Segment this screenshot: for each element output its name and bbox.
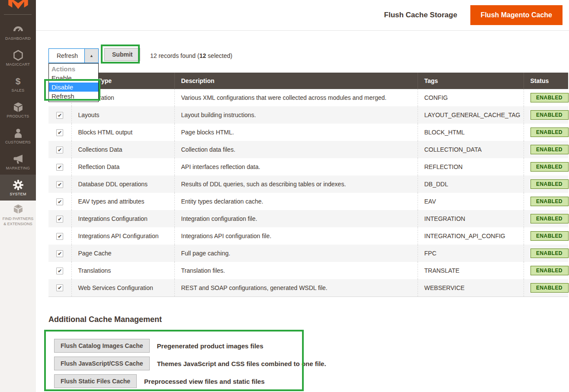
table-row: ✔Integrations ConfigurationIntegration c… [48,210,568,227]
cache-management-page: DASHBOARD MAGICCART $ SALES [0,0,569,392]
tags-cell: DB_DDL [418,175,524,193]
cache-type-cell: Page Cache [71,245,174,262]
description-cell: Results of DDL queries, such as describi… [174,175,418,193]
status-badge: ENABLED [530,197,569,206]
column-header-description[interactable]: Description [174,73,418,89]
row-checkbox[interactable]: ✔ [56,250,63,257]
flush-js-css-description: Themes JavaScript and CSS files combined… [157,360,326,367]
sidebar: DASHBOARD MAGICCART $ SALES [0,0,36,392]
flush-static-files-button[interactable]: Flush Static Files Cache [54,374,137,388]
description-cell: Integration configuration file. [174,210,418,227]
row-checkbox[interactable]: ✔ [56,112,63,119]
description-cell: Translation files. [174,262,418,279]
row-checkbox[interactable]: ✔ [56,129,63,136]
row-checkbox[interactable]: ✔ [56,233,63,240]
customers-icon [13,127,24,139]
dropdown-option-enable[interactable]: Enable [49,73,98,83]
sidebar-item-label: PRODUCTS [6,114,29,118]
extensions-icon [13,203,24,214]
cache-type-cell: Web Services Configuration [71,279,174,296]
dropdown-option-refresh[interactable]: Refresh [49,92,98,101]
additional-cache-title: Additional Cache Management [48,315,162,324]
flush-static-files-row: Flush Static Files Cache Preprocessed vi… [54,374,326,388]
flush-catalog-images-button[interactable]: Flush Catalog Images Cache [54,339,150,353]
magento-logo[interactable] [7,0,29,12]
row-checkbox[interactable]: ✔ [56,181,63,188]
sidebar-item-label: MARKETING [6,166,30,170]
mass-action-selected-value: Refresh [49,49,84,63]
table-row: ✔Integrations API ConfigurationIntegrati… [48,227,568,245]
row-checkbox[interactable]: ✔ [56,268,63,274]
sidebar-item-label: CUSTOMERS [5,140,31,144]
sidebar-nav: DASHBOARD MAGICCART $ SALES [0,19,36,201]
sidebar-menu: DASHBOARD MAGICCART $ SALES [0,0,36,200]
sidebar-item-magiccart[interactable]: MAGICCART [0,45,36,71]
cache-type-cell: Blocks HTML output [71,124,174,141]
flush-static-files-description: Preprocessed view files and static files [144,378,264,385]
status-badge: ENABLED [530,231,569,241]
status-badge: ENABLED [530,162,569,172]
column-header-tags[interactable]: Tags [418,73,524,89]
flush-js-css-button[interactable]: Flush JavaScript/CSS Cache [54,357,150,370]
status-badge: ENABLED [530,179,569,189]
table-row: ✔Reflection DataAPI interfaces reflectio… [48,158,568,175]
status-badge: ENABLED [530,127,569,137]
cache-type-cell: Reflection Data [71,158,174,175]
dashboard-icon [13,24,24,35]
description-cell: API interfaces reflection data. [174,158,418,175]
row-checkbox[interactable]: ✔ [56,147,63,153]
tags-cell: WEBSERVICE [418,279,524,296]
description-cell: Various XML configurations that were col… [174,89,418,106]
tags-cell: COLLECTION_DATA [418,141,524,158]
table-row: ✔EAV types and attributesEntity types de… [48,193,568,210]
sidebar-item-label: DASHBOARD [5,36,31,41]
sidebar-item-system[interactable]: SYSTEM [0,175,36,201]
marketing-icon [13,153,24,165]
flush-catalog-images-row: Flush Catalog Images Cache Pregenerated … [54,339,326,353]
row-checkbox[interactable]: ✔ [56,164,63,171]
find-partners-line1: FIND PARTNERS [3,217,34,221]
mass-action-select[interactable]: Refresh ▲ [48,48,99,63]
table-row: ✔ConfigurationVarious XML configurations… [48,89,568,106]
cache-type-cell: Collections Data [71,141,174,158]
mass-action-dropdown-list: Actions Enable Disable Refresh [48,63,99,102]
description-cell: Layout building instructions. [174,106,418,124]
tags-cell: LAYOUT_GENERAL_CACHE_TAG [418,106,524,124]
sidebar-item-customers[interactable]: CUSTOMERS [0,123,36,149]
find-partners-line2: & EXTENSIONS [3,222,32,226]
column-header-status[interactable]: Status [524,73,568,89]
sidebar-item-marketing[interactable]: MARKETING [0,149,36,175]
sidebar-item-label: MAGICCART [6,62,30,67]
sidebar-item-sales[interactable]: $ SALES [0,71,36,97]
sidebar-item-dashboard[interactable]: DASHBOARD [0,19,36,45]
flush-cache-storage-button[interactable]: Flush Cache Storage [384,11,457,19]
products-icon [13,102,24,113]
chevron-up-icon: ▲ [84,49,98,63]
sales-icon: $ [13,76,24,87]
row-checkbox[interactable]: ✔ [56,216,63,223]
magiccart-icon [13,50,24,61]
sidebar-divider [4,14,32,15]
grid-header-row: Cache Type Description Tags Status [48,73,568,89]
submit-button[interactable]: Submit [104,48,140,61]
row-checkbox[interactable]: ✔ [56,284,63,291]
page-action-bar: Flush Cache Storage Flush Magento Cache [36,0,569,31]
sidebar-item-find-partners[interactable]: FIND PARTNERS& EXTENSIONS [0,203,36,226]
status-badge: ENABLED [530,110,569,120]
cache-type-cell: Integrations API Configuration [71,227,174,245]
tags-cell: CONFIG [418,89,524,106]
status-badge: ENABLED [530,145,569,154]
tags-cell: REFLECTION [418,158,524,175]
table-row: ✔LayoutsLayout building instructions.LAY… [48,106,568,124]
status-badge: ENABLED [530,266,569,275]
dropdown-option-disable[interactable]: Disable [49,83,98,92]
description-cell: Entity types declaration cache. [174,193,418,210]
flush-magento-cache-button[interactable]: Flush Magento Cache [470,5,563,25]
sidebar-item-label: SALES [11,88,24,92]
row-checkbox[interactable]: ✔ [56,198,63,205]
tags-cell: FPC [418,245,524,262]
sidebar-item-products[interactable]: PRODUCTS [0,97,36,123]
records-found-text: 12 records found (12 selected) [150,52,232,59]
sidebar-item-label: SYSTEM [10,192,26,196]
additional-cache-actions: Flush Catalog Images Cache Pregenerated … [54,339,326,388]
